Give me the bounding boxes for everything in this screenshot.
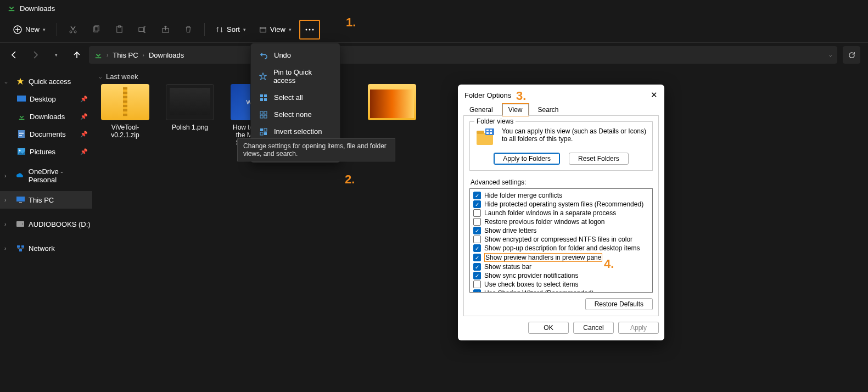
setting-label: Restore previous folder windows at logon: [484, 218, 604, 226]
setting-row[interactable]: ✓Use Sharing Wizard (Recommended): [473, 289, 649, 293]
back-button[interactable]: [8, 48, 21, 61]
svg-rect-26: [19, 202, 22, 203]
setting-row[interactable]: ✓Show status bar: [473, 262, 649, 271]
sidebar-item-onedrive[interactable]: › OneDrive - Personal: [0, 167, 92, 184]
svg-rect-52: [490, 132, 492, 134]
svg-point-24: [19, 150, 21, 152]
checkbox[interactable]: ✓: [473, 227, 481, 234]
checkbox[interactable]: [473, 236, 481, 243]
sidebar-item-network[interactable]: › Network: [0, 239, 92, 257]
menu-invert[interactable]: Invert selection: [251, 123, 340, 140]
star-icon: [15, 76, 25, 86]
annotation-1: 1.: [346, 15, 356, 30]
select-all-icon: [259, 94, 268, 102]
address-bar[interactable]: › This PC › Downloads ⌵: [89, 46, 837, 64]
chevron-down-icon[interactable]: ⌵: [829, 52, 832, 58]
checkbox[interactable]: ✓: [473, 244, 481, 252]
paste-button[interactable]: [109, 20, 130, 40]
titlebar: Downloads: [0, 0, 868, 16]
setting-row[interactable]: Restore previous folder windows at logon: [473, 217, 649, 226]
nav-arrows: ▾: [8, 48, 83, 61]
checkbox[interactable]: ✓: [473, 289, 481, 293]
checkbox[interactable]: ✓: [473, 272, 481, 279]
setting-row[interactable]: ✓Show sync provider notifications: [473, 271, 649, 280]
svg-rect-25: [16, 197, 25, 201]
checkbox[interactable]: [473, 218, 481, 226]
view-button[interactable]: View ▾: [254, 22, 297, 37]
sidebar-item-quick-access[interactable]: ⌵ Quick access: [0, 72, 92, 90]
svg-rect-47: [477, 131, 484, 134]
breadcrumb-folder[interactable]: Downloads: [149, 51, 184, 59]
chevron-down-icon: ⌵: [99, 74, 102, 80]
sidebar-item-audiobooks[interactable]: › AUDIOBOOKS (D:): [0, 215, 92, 233]
advanced-settings-list[interactable]: ✓Hide folder merge conflicts✓Hide protec…: [469, 188, 653, 293]
file-item[interactable]: Polish 1.png: [164, 84, 216, 147]
restore-defaults-button[interactable]: Restore Defaults: [585, 298, 653, 310]
menu-undo[interactable]: Undo: [251, 47, 340, 64]
tab-view[interactable]: View: [502, 104, 529, 116]
delete-button[interactable]: [178, 20, 199, 40]
checkbox[interactable]: ✓: [473, 200, 481, 208]
folder-views-text: You can apply this view (such as Details…: [502, 127, 647, 143]
dialog-tabs: General View Search: [458, 103, 664, 115]
sidebar-item-documents[interactable]: Documents 📌: [0, 125, 92, 143]
copy-button[interactable]: [86, 20, 107, 40]
setting-row[interactable]: Show encrypted or compressed NTFS files …: [473, 235, 649, 244]
checkbox[interactable]: ✓: [473, 254, 481, 261]
setting-row[interactable]: ✓Hide protected operating system files (…: [473, 200, 649, 209]
svg-rect-30: [21, 245, 24, 248]
file-item[interactable]: ViVeTool-v0.2.1.zip: [99, 84, 152, 147]
up-button[interactable]: [70, 48, 83, 61]
breadcrumb-root[interactable]: This PC: [113, 51, 138, 59]
svg-rect-40: [264, 115, 267, 118]
svg-rect-39: [260, 115, 263, 118]
setting-row[interactable]: ✓Show preview handlers in preview pane: [473, 253, 649, 262]
apply-button[interactable]: Apply: [618, 322, 659, 334]
apply-to-folders-button[interactable]: Apply to Folders: [494, 153, 560, 165]
onedrive-icon: [15, 171, 25, 181]
svg-rect-41: [260, 128, 263, 131]
checkbox[interactable]: [473, 209, 481, 217]
rename-button[interactable]: [132, 20, 153, 40]
checkbox[interactable]: ✓: [473, 263, 481, 271]
menu-pin[interactable]: Pin to Quick access: [251, 64, 340, 89]
menu-select-none[interactable]: Select none: [251, 106, 340, 123]
annotation-3: 3.: [516, 89, 526, 103]
tab-general[interactable]: General: [463, 103, 499, 115]
setting-row[interactable]: ✓Hide folder merge conflicts: [473, 191, 649, 200]
cancel-button[interactable]: Cancel: [573, 322, 614, 334]
ok-button[interactable]: OK: [528, 322, 569, 334]
sidebar-item-desktop[interactable]: Desktop 📌: [0, 90, 92, 108]
svg-rect-17: [17, 101, 26, 102]
sidebar-item-this-pc[interactable]: › This PC: [0, 191, 92, 209]
sidebar-item-pictures[interactable]: Pictures 📌: [0, 143, 92, 160]
share-button[interactable]: [155, 20, 176, 40]
sidebar-item-downloads[interactable]: Downloads 📌: [0, 108, 92, 125]
sort-button[interactable]: Sort ▾: [210, 22, 251, 37]
setting-row[interactable]: ✓Show pop-up description for folder and …: [473, 244, 649, 253]
view-icon: [259, 26, 267, 33]
forward-button[interactable]: [29, 48, 42, 61]
menu-select-all[interactable]: Select all: [251, 89, 340, 106]
pin-icon: 📌: [80, 148, 88, 155]
svg-rect-48: [485, 128, 494, 135]
cut-button[interactable]: [63, 20, 83, 40]
new-button[interactable]: New ▾: [8, 22, 51, 37]
drive-icon: [15, 219, 25, 229]
reset-folders-button[interactable]: Reset Folders: [569, 153, 629, 165]
refresh-button[interactable]: [843, 46, 860, 64]
file-item[interactable]: [366, 84, 418, 147]
options-tooltip: Change settings for opening items, file …: [237, 138, 395, 161]
setting-label: Use check boxes to select items: [484, 281, 578, 288]
setting-label: Show pop-up description for folder and d…: [484, 244, 640, 252]
checkbox[interactable]: [473, 281, 481, 288]
close-button[interactable]: ✕: [651, 90, 658, 100]
setting-row[interactable]: ✓Show drive letters: [473, 226, 649, 235]
setting-row[interactable]: Use check boxes to select items: [473, 280, 649, 289]
tab-search[interactable]: Search: [532, 103, 565, 115]
setting-row[interactable]: Launch folder windows in a separate proc…: [473, 209, 649, 217]
more-button[interactable]: [299, 20, 320, 40]
checkbox[interactable]: ✓: [473, 192, 481, 199]
recent-dropdown[interactable]: ▾: [49, 48, 63, 61]
group-header[interactable]: ⌵ Last week: [99, 72, 861, 81]
